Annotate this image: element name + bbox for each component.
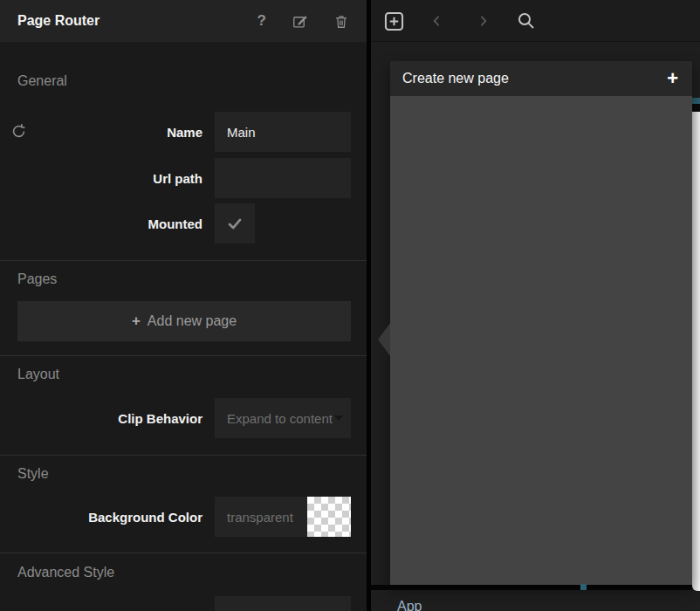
section-title-pages: Pages	[17, 271, 57, 287]
create-new-page-popup: Create new page +	[390, 61, 692, 585]
popup-add-page-button[interactable]: +	[665, 69, 680, 88]
name-value: Main	[215, 125, 256, 140]
url-path-label: Url path	[0, 171, 215, 186]
add-new-page-button[interactable]: + Add new page	[17, 301, 351, 341]
divider	[0, 553, 367, 553]
clip-behavior-dropdown[interactable]: Expand to content	[215, 398, 351, 438]
property-row-mounted: Mounted	[0, 203, 351, 244]
node-canvas[interactable]: Create new page + App	[371, 42, 700, 611]
page-preview-titlebar	[691, 98, 700, 104]
popup-shadow	[371, 585, 692, 590]
divider	[0, 355, 367, 356]
property-row-partial	[0, 596, 351, 611]
plus-icon: +	[667, 67, 678, 89]
panel-title: Page Router	[17, 13, 257, 29]
section-title-advanced-style: Advanced Style	[17, 565, 114, 580]
section-title-style: Style	[17, 466, 49, 482]
app-node-label: App	[397, 599, 422, 611]
name-input[interactable]: Main	[215, 112, 351, 152]
help-icon: ?	[257, 12, 266, 30]
add-node-button[interactable]	[376, 0, 411, 42]
node-connector-dot	[580, 584, 587, 590]
background-color-input[interactable]: transparent	[215, 497, 351, 537]
clip-behavior-label: Clip Behavior	[0, 411, 215, 426]
popup-header: Create new page +	[390, 61, 692, 96]
edit-icon	[292, 13, 308, 30]
page-preview-edge	[691, 104, 700, 112]
trash-icon	[333, 13, 349, 30]
background-color-label: Background Color	[0, 510, 215, 525]
section-title-layout: Layout	[17, 367, 59, 382]
divider	[0, 455, 367, 456]
property-row-name: Name Main	[0, 112, 351, 152]
property-row-url-path: Url path	[0, 158, 351, 198]
navigate-back-button[interactable]	[423, 0, 450, 42]
help-button[interactable]: ?	[257, 12, 266, 30]
add-node-icon	[382, 10, 406, 33]
checkmark-icon	[225, 214, 244, 233]
url-path-input[interactable]	[215, 158, 351, 198]
background-color-value: transparent	[215, 510, 293, 525]
name-label: Name	[0, 125, 215, 140]
mounted-label: Mounted	[0, 216, 215, 231]
property-row-background-color: Background Color transparent	[0, 497, 351, 537]
chevron-left-icon	[429, 14, 443, 28]
mounted-checkbox[interactable]	[215, 203, 255, 244]
canvas-toolbar	[371, 0, 700, 42]
edit-button[interactable]	[292, 13, 308, 30]
popup-arrow	[378, 323, 390, 356]
popup-body	[390, 96, 692, 585]
section-title-general: General	[17, 73, 67, 89]
chevron-down-icon	[334, 415, 343, 421]
app-root: Page Router ?	[0, 0, 700, 611]
canvas-area: Create new page + App	[371, 0, 700, 611]
delete-button[interactable]	[333, 13, 349, 30]
properties-panel: Page Router ?	[0, 0, 367, 611]
navigate-forward-button[interactable]	[470, 0, 497, 42]
page-preview-body	[692, 112, 700, 591]
panel-header-actions: ?	[257, 12, 349, 30]
popup-title: Create new page	[402, 71, 665, 86]
chevron-right-icon	[477, 14, 491, 28]
property-row-clip-behavior: Clip Behavior Expand to content	[0, 398, 351, 438]
clip-behavior-value: Expand to content	[215, 411, 333, 426]
divider	[0, 260, 367, 261]
color-swatch[interactable]	[307, 497, 351, 537]
add-new-page-label: Add new page	[148, 313, 237, 329]
search-button[interactable]	[511, 0, 542, 42]
advanced-style-input[interactable]	[215, 596, 351, 611]
search-icon	[516, 10, 537, 31]
panel-header: Page Router ?	[0, 0, 367, 42]
plus-icon: +	[132, 312, 141, 330]
